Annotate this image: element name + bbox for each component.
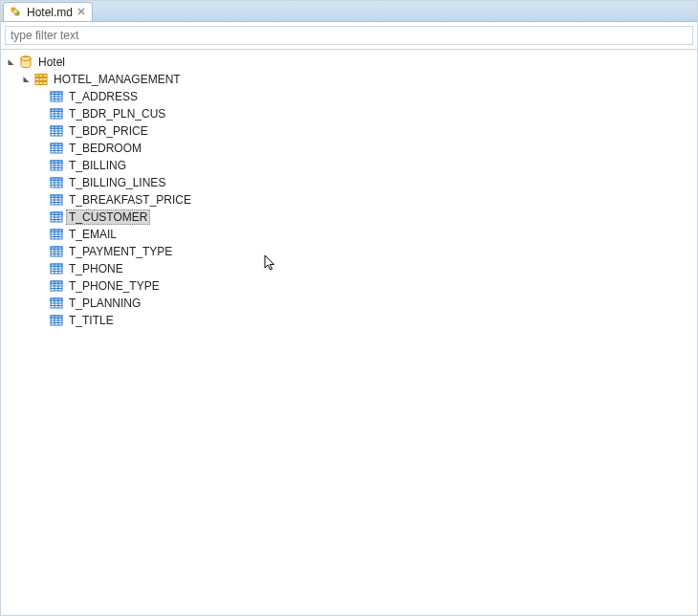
svg-rect-35 xyxy=(51,161,62,164)
expander-spacer xyxy=(35,91,47,102)
tree-label[interactable]: T_PHONE xyxy=(66,261,126,276)
table-icon xyxy=(49,227,64,242)
table-icon xyxy=(49,261,64,276)
table-icon xyxy=(49,158,64,173)
tree-row[interactable]: T_BILLING_LINES xyxy=(35,174,697,191)
svg-rect-41 xyxy=(51,178,62,181)
table-icon xyxy=(49,296,64,311)
tree-row[interactable]: T_BILLING xyxy=(35,157,697,174)
expander-spacer xyxy=(35,125,47,137)
tree-node-hotel-management: HOTEL_MANAGEMENT T_ADDRESS T_BDR_PLN_CUS… xyxy=(20,71,697,329)
tree-row[interactable]: T_CUSTOMER xyxy=(35,209,697,226)
tree-label[interactable]: T_TITLE xyxy=(66,313,117,328)
svg-rect-83 xyxy=(51,298,62,301)
svg-rect-7 xyxy=(35,81,47,84)
tree-label[interactable]: T_PLANNING xyxy=(66,296,143,311)
svg-rect-59 xyxy=(51,230,62,232)
chevron-down-icon[interactable] xyxy=(20,74,32,85)
tree-label[interactable]: T_BEDROOM xyxy=(66,141,144,156)
svg-rect-77 xyxy=(51,281,62,284)
file-icon xyxy=(10,6,23,19)
table-icon xyxy=(49,209,64,225)
table-icon xyxy=(49,106,64,121)
expander-spacer xyxy=(35,143,47,154)
tree-row[interactable]: Hotel xyxy=(5,54,697,71)
tree-row[interactable]: T_PLANNING xyxy=(35,295,697,312)
tree-label[interactable]: T_PAYMENT_TYPE xyxy=(66,244,175,259)
tree-label[interactable]: HOTEL_MANAGEMENT xyxy=(51,72,184,87)
filter-row xyxy=(1,22,697,50)
tree-view[interactable]: Hotel HOTEL_MANAGEMENT T_ADDRESS T_BDR_P… xyxy=(1,50,697,615)
table-icon xyxy=(49,313,64,328)
tree-row[interactable]: T_EMAIL xyxy=(35,226,697,243)
tree-label[interactable]: T_ADDRESS xyxy=(66,89,141,104)
tree-label[interactable]: T_BDR_PLN_CUS xyxy=(66,106,168,121)
expander-spacer xyxy=(35,177,47,188)
tree-node-t-planning: T_PLANNING xyxy=(35,295,697,312)
filter-input[interactable] xyxy=(5,26,693,45)
svg-rect-29 xyxy=(51,143,62,146)
svg-rect-6 xyxy=(35,77,47,80)
tree-label[interactable]: T_BREAKFAST_PRICE xyxy=(66,192,194,208)
svg-rect-71 xyxy=(51,264,62,267)
table-icon xyxy=(49,192,64,208)
tree-row[interactable]: T_TITLE xyxy=(35,312,697,329)
tree-label[interactable]: Hotel xyxy=(35,55,68,70)
tree-node-t-bdr-price: T_BDR_PRICE xyxy=(35,122,697,140)
database-icon xyxy=(18,55,33,70)
tree-row[interactable]: T_ADDRESS xyxy=(35,88,697,105)
tree-row[interactable]: T_PAYMENT_TYPE xyxy=(35,243,697,260)
svg-rect-5 xyxy=(35,75,47,77)
expander-spacer xyxy=(35,160,47,171)
tree-label[interactable]: T_BILLING xyxy=(66,158,129,173)
tree-node-t-breakfast-price: T_BREAKFAST_PRICE xyxy=(35,191,697,209)
close-icon[interactable] xyxy=(76,8,86,17)
svg-rect-2 xyxy=(13,10,17,13)
tree-node-t-billing: T_BILLING xyxy=(35,157,697,174)
tree-node-t-bedroom: T_BEDROOM xyxy=(35,140,697,157)
expander-spacer xyxy=(35,315,47,326)
tree-row[interactable]: T_BDR_PLN_CUS xyxy=(35,105,697,122)
expander-spacer xyxy=(35,229,47,240)
table-icon xyxy=(49,141,64,156)
svg-rect-89 xyxy=(51,316,62,319)
tree-label[interactable]: T_BILLING_LINES xyxy=(66,175,168,190)
tree-children: T_ADDRESS T_BDR_PLN_CUS T_BDR_PRICE T_BE… xyxy=(20,88,697,329)
expander-spacer xyxy=(35,108,47,120)
svg-rect-65 xyxy=(51,247,62,250)
tree-node-t-email: T_EMAIL xyxy=(35,226,697,243)
table-icon xyxy=(49,175,64,190)
tree-children: HOTEL_MANAGEMENT T_ADDRESS T_BDR_PLN_CUS… xyxy=(5,71,697,329)
tree-label[interactable]: T_CUSTOMER xyxy=(66,209,150,225)
expander-spacer xyxy=(35,297,47,309)
tree-label[interactable]: T_PHONE_TYPE xyxy=(66,278,163,294)
tree-label[interactable]: T_BDR_PRICE xyxy=(66,123,151,139)
tree-row[interactable]: T_PHONE xyxy=(35,260,697,277)
chevron-down-icon[interactable] xyxy=(5,56,16,68)
table-icon xyxy=(49,244,64,259)
tree-node-t-title: T_TITLE xyxy=(35,312,697,329)
tree-row[interactable]: T_BREAKFAST_PRICE xyxy=(35,191,697,209)
svg-rect-53 xyxy=(51,212,62,215)
svg-rect-11 xyxy=(51,92,62,95)
editor-window: Hotel.md Hotel HOTEL_MANAGEMENT xyxy=(0,0,698,616)
expander-spacer xyxy=(35,280,47,292)
schema-icon xyxy=(33,72,49,87)
svg-rect-23 xyxy=(51,126,62,129)
tree-node-t-payment-type: T_PAYMENT_TYPE xyxy=(35,243,697,260)
tree-node-t-customer: T_CUSTOMER xyxy=(35,209,697,226)
expander-spacer xyxy=(35,211,47,223)
expander-spacer xyxy=(35,263,47,275)
tab-label: Hotel.md xyxy=(27,6,73,19)
tree-row[interactable]: T_PHONE_TYPE xyxy=(35,277,697,295)
tree-node-t-bdr-pln-cus: T_BDR_PLN_CUS xyxy=(35,105,697,122)
tree-row[interactable]: HOTEL_MANAGEMENT xyxy=(20,71,697,88)
expander-spacer xyxy=(35,246,47,257)
tree-row[interactable]: T_BDR_PRICE xyxy=(35,122,697,140)
tree-node-t-phone-type: T_PHONE_TYPE xyxy=(35,277,697,295)
tree-label[interactable]: T_EMAIL xyxy=(66,227,120,242)
svg-rect-17 xyxy=(51,109,62,112)
tab-bar: Hotel.md xyxy=(1,1,697,22)
tab-hotel-md[interactable]: Hotel.md xyxy=(3,2,93,21)
tree-row[interactable]: T_BEDROOM xyxy=(35,140,697,157)
